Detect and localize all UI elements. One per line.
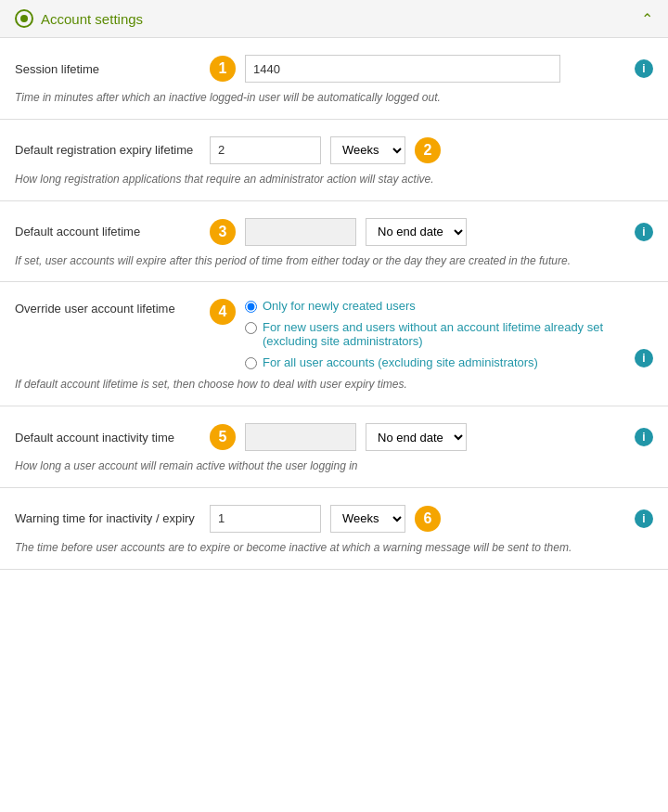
session-lifetime-input[interactable]: [245, 55, 560, 83]
warning-time-input[interactable]: [210, 505, 321, 533]
page-title: Account settings: [41, 11, 143, 27]
default-registration-input[interactable]: [210, 136, 321, 164]
default-registration-section: Default registration expiry lifetime Day…: [0, 120, 668, 201]
warning-time-section: Warning time for inactivity / expiry Day…: [0, 488, 668, 570]
radio-all-users[interactable]: [245, 357, 257, 369]
default-inactivity-info-icon[interactable]: i: [635, 428, 653, 446]
collapse-icon[interactable]: ⌃: [641, 10, 653, 28]
default-account-lifetime-badge: 3: [210, 219, 236, 245]
session-lifetime-hint: Time in minutes after which an inactive …: [15, 90, 653, 106]
default-inactivity-select[interactable]: No end date Days Weeks Months Years: [366, 423, 467, 451]
warning-time-info-icon[interactable]: i: [635, 509, 653, 528]
default-account-lifetime-select[interactable]: No end date Days Weeks Months Years: [366, 218, 467, 246]
default-registration-hint: How long registration applications that …: [15, 172, 653, 187]
default-account-lifetime-input[interactable]: [245, 218, 356, 246]
radio-newly-created-label: Only for newly created users: [263, 299, 416, 313]
radio-new-without-lifetime[interactable]: [245, 322, 257, 334]
default-inactivity-hint: How long a user account will remain acti…: [15, 458, 653, 474]
settings-circle-icon: [15, 9, 33, 28]
radio-item-2: For new users and users without an accou…: [245, 320, 618, 348]
default-account-lifetime-label: Default account lifetime: [15, 225, 200, 238]
default-account-lifetime-info-icon[interactable]: i: [635, 223, 653, 241]
default-inactivity-section: Default account inactivity time 5 No end…: [0, 406, 668, 488]
override-label: Override user account lifetime: [15, 299, 200, 316]
default-inactivity-input[interactable]: [245, 423, 356, 451]
session-lifetime-label: Session lifetime: [15, 62, 200, 76]
session-lifetime-badge: 1: [210, 56, 236, 82]
override-radio-group: Only for newly created users For new use…: [245, 299, 618, 369]
radio-item-1: Only for newly created users: [245, 299, 618, 313]
warning-time-hint: The time before user accounts are to exp…: [15, 540, 653, 556]
default-account-lifetime-section: Default account lifetime 3 No end date D…: [0, 201, 668, 283]
warning-time-label: Warning time for inactivity / expiry: [15, 511, 200, 525]
settings-content: Session lifetime 1 i Time in minutes aft…: [0, 38, 668, 570]
default-inactivity-badge: 5: [210, 424, 236, 450]
default-account-lifetime-hint: If set, user accounts will expire after …: [15, 253, 653, 269]
radio-item-3: For all user accounts (excluding site ad…: [245, 355, 618, 369]
radio-newly-created[interactable]: [245, 301, 257, 313]
override-badge: 4: [210, 299, 236, 325]
default-registration-label: Default registration expiry lifetime: [15, 143, 200, 157]
radio-all-users-label: For all user accounts (excluding site ad…: [263, 355, 538, 369]
account-settings-header: Account settings ⌃: [0, 0, 668, 38]
default-inactivity-label: Default account inactivity time: [15, 431, 200, 445]
override-hint: If default account lifetime is set, then…: [15, 377, 653, 393]
warning-time-select[interactable]: Days Weeks Months Years: [330, 505, 405, 533]
session-lifetime-section: Session lifetime 1 i Time in minutes aft…: [0, 38, 668, 120]
warning-time-badge: 6: [415, 506, 441, 532]
override-user-account-section: Override user account lifetime 4 Only fo…: [0, 282, 668, 406]
radio-new-without-lifetime-label: For new users and users without an accou…: [263, 320, 618, 348]
override-info-icon[interactable]: i: [635, 349, 653, 367]
session-lifetime-info-icon[interactable]: i: [635, 59, 653, 78]
default-registration-select[interactable]: Days Weeks Months Years: [330, 136, 405, 164]
default-registration-badge: 2: [415, 137, 441, 163]
